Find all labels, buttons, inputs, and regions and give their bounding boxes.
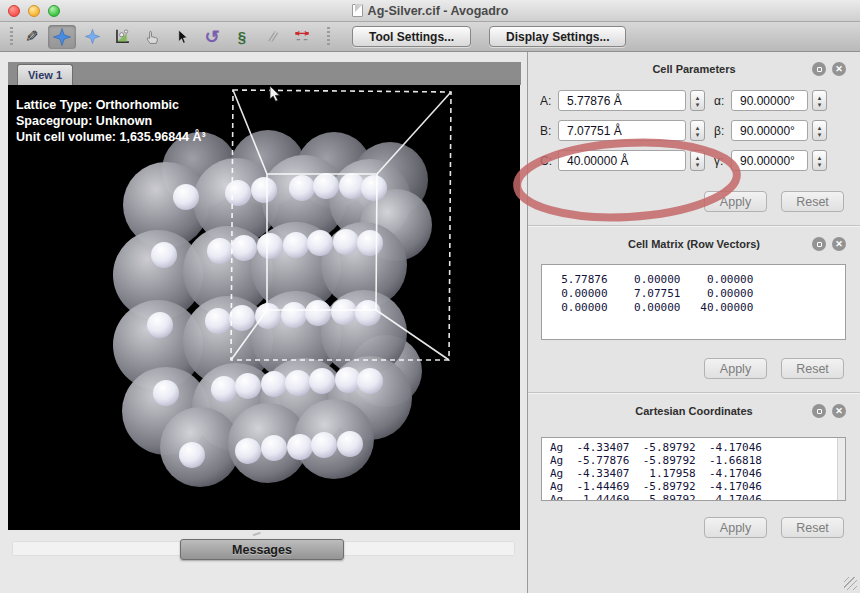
resize-grip[interactable] xyxy=(844,577,857,590)
b-stepper[interactable]: ▴▾ xyxy=(690,120,705,141)
a-value-field[interactable]: 5.77876 Å xyxy=(558,90,686,111)
cell-param-row-a: A: 5.77876 Å ▴▾ α: 90.00000° ▴▾ xyxy=(528,90,860,111)
document-icon xyxy=(352,4,363,17)
title-bar[interactable]: Ag-Silver.cif - Avogadro xyxy=(0,0,860,22)
gamma-stepper[interactable]: ▴▾ xyxy=(812,150,827,171)
cell-matrix-title: Cell Matrix (Row Vectors) xyxy=(628,238,760,250)
cell-param-row-b: B: 7.07751 Å ▴▾ β: 90.00000° ▴▾ xyxy=(528,120,860,141)
alpha-value-field[interactable]: 90.00000° xyxy=(731,90,808,111)
view-tab-bar: View 1 xyxy=(8,62,521,85)
close-panel-icon[interactable]: ✕ xyxy=(832,404,846,418)
cell-matrix-reset-button[interactable]: Reset xyxy=(781,358,844,379)
cell-info-overlay: Lattice Type: Orthorhombic Spacegroup: U… xyxy=(16,97,206,145)
auto-rotate-tool-icon[interactable]: ↺ xyxy=(198,25,226,49)
traffic-lights xyxy=(8,5,60,17)
manipulate-tool-icon[interactable] xyxy=(78,25,106,49)
a-label: A: xyxy=(540,94,558,108)
gamma-label: γ: xyxy=(714,154,731,168)
navigate-tool-icon[interactable] xyxy=(48,25,76,49)
cartesian-coordinates-header[interactable]: Cartesian Coordinates ✕ xyxy=(528,399,860,423)
a-stepper[interactable]: ▴▾ xyxy=(690,90,705,111)
panel-separator xyxy=(528,225,860,227)
b-value-field[interactable]: 7.07751 Å xyxy=(558,120,686,141)
zoom-window-button[interactable] xyxy=(48,5,60,17)
cell-matrix-apply-button[interactable]: Apply xyxy=(704,358,767,379)
panel-separator xyxy=(528,392,860,394)
measure-tool-icon[interactable] xyxy=(288,25,316,49)
c-label: C: xyxy=(540,154,558,168)
alpha-stepper[interactable]: ▴▾ xyxy=(812,90,827,111)
float-panel-icon[interactable] xyxy=(812,237,826,251)
beta-label: β: xyxy=(714,124,731,138)
coordinates-reset-button[interactable]: Reset xyxy=(781,517,844,538)
lattice-type-text: Lattice Type: Orthorhombic xyxy=(16,97,206,113)
cell-parameters-reset-button[interactable]: Reset xyxy=(781,191,844,212)
gamma-value-field[interactable]: 90.00000° xyxy=(731,150,808,171)
cartesian-coordinates-title: Cartesian Coordinates xyxy=(635,405,752,417)
cell-parameters-title: Cell Parameters xyxy=(652,63,735,75)
spacegroup-text: Spacegroup: Unknown xyxy=(16,113,206,129)
alpha-label: α: xyxy=(714,94,731,108)
molecule-scene xyxy=(8,85,520,530)
cell-matrix-values: 5.77876 0.00000 0.00000 0.00000 7.07751 … xyxy=(542,265,845,315)
display-settings-button[interactable]: Display Settings... xyxy=(489,26,626,47)
align-tool-icon[interactable] xyxy=(258,25,286,49)
coords-scrollbar[interactable] xyxy=(837,438,845,500)
toolbar-grip-2 xyxy=(327,27,330,47)
bond-centric-manipulate-tool-icon[interactable] xyxy=(108,25,136,49)
unit-cell-volume-text: Unit cell volume: 1,635.96844 Å³ xyxy=(16,129,206,145)
close-window-button[interactable] xyxy=(8,5,20,17)
tab-view-1[interactable]: View 1 xyxy=(17,64,73,85)
selection-tool-icon[interactable] xyxy=(168,25,196,49)
atom-spheres-layer xyxy=(113,130,432,487)
z-matrix-tool-icon[interactable]: § xyxy=(228,25,256,49)
cell-param-row-c: C: 40.00000 Å ▴▾ γ: 90.00000° ▴▾ xyxy=(528,150,860,171)
minimize-window-button[interactable] xyxy=(28,5,40,17)
workspace: View 1 Lattice Type: Orthorhombic Spaceg… xyxy=(0,52,527,593)
close-panel-icon[interactable]: ✕ xyxy=(832,62,846,76)
cell-parameters-header[interactable]: Cell Parameters ✕ xyxy=(528,57,860,81)
avogadro-window: Ag-Silver.cif - Avogadro ✎ ↺ § Tool Sett… xyxy=(0,0,860,593)
cartesian-coordinates-values: Ag -4.33407 -5.89792 -4.17046 Ag -5.7787… xyxy=(542,438,845,501)
beta-value-field[interactable]: 90.00000° xyxy=(731,120,808,141)
tool-settings-button[interactable]: Tool Settings... xyxy=(352,26,471,47)
float-panel-icon[interactable] xyxy=(812,62,826,76)
gl-viewport[interactable]: Lattice Type: Orthorhombic Spacegroup: U… xyxy=(8,85,520,530)
auto-optimize-tool-icon[interactable] xyxy=(138,25,166,49)
cell-parameters-apply-button[interactable]: Apply xyxy=(704,191,767,212)
cartesian-coordinates-textbox[interactable]: Ag -4.33407 -5.89792 -4.17046 Ag -5.7787… xyxy=(541,437,846,501)
c-value-field[interactable]: 40.00000 Å xyxy=(558,150,686,171)
mouse-cursor-icon xyxy=(270,86,280,101)
messages-button[interactable]: Messages xyxy=(180,539,344,560)
coordinates-apply-button[interactable]: Apply xyxy=(704,517,767,538)
window-title: Ag-Silver.cif - Avogadro xyxy=(368,4,509,18)
splitter-handle[interactable] xyxy=(253,532,262,538)
beta-stepper[interactable]: ▴▾ xyxy=(812,120,827,141)
b-label: B: xyxy=(540,124,558,138)
dock-panels: Cell Parameters ✕ A: 5.77876 Å ▴▾ α: 90.… xyxy=(527,52,860,593)
c-stepper[interactable]: ▴▾ xyxy=(690,150,705,171)
cell-matrix-header[interactable]: Cell Matrix (Row Vectors) ✕ xyxy=(528,232,860,256)
cell-matrix-textbox[interactable]: 5.77876 0.00000 0.00000 0.00000 7.07751 … xyxy=(541,264,846,340)
toolbar-grip xyxy=(10,27,13,47)
float-panel-icon[interactable] xyxy=(812,404,826,418)
draw-tool-icon[interactable]: ✎ xyxy=(18,25,46,49)
toolbar: ✎ ↺ § Tool Settings... Display Settings.… xyxy=(0,22,860,52)
close-panel-icon[interactable]: ✕ xyxy=(832,237,846,251)
